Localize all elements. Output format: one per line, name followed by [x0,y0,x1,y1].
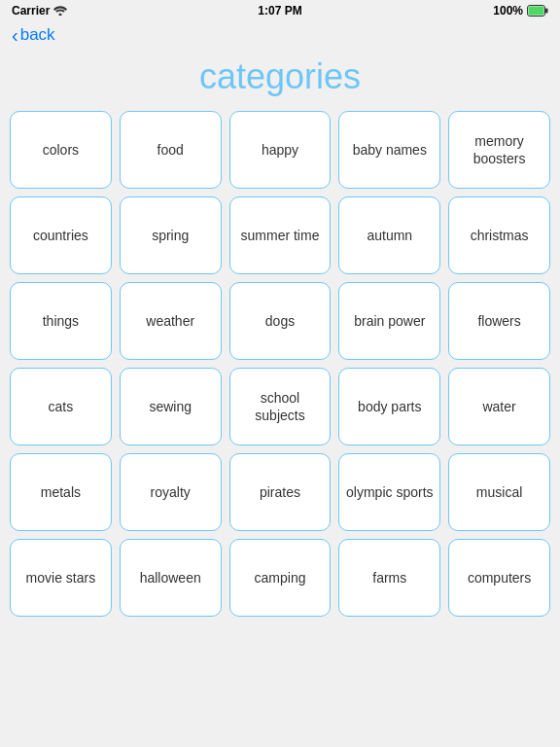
battery-icon [527,5,548,17]
category-card[interactable]: flowers [448,282,550,360]
category-card[interactable]: christmas [448,196,550,274]
category-card[interactable]: baby names [338,111,440,189]
category-card[interactable]: metals [10,453,112,531]
page-title: categories [0,53,560,111]
category-card[interactable]: summer time [229,196,332,274]
nav-bar: ‹ back [0,21,560,53]
back-button[interactable]: ‹ back [12,25,55,45]
category-card[interactable]: memory boosters [448,111,550,189]
category-card[interactable]: happy [229,111,332,189]
category-card[interactable]: school subjects [229,368,332,445]
category-card[interactable]: spring [120,196,222,274]
status-carrier: Carrier [12,4,67,18]
category-card[interactable]: movie stars [10,539,112,617]
category-card[interactable]: camping [229,539,332,617]
back-chevron-icon: ‹ [12,25,18,45]
svg-rect-2 [545,9,548,14]
category-card[interactable]: food [120,111,222,189]
category-card[interactable]: cats [10,368,112,445]
category-card[interactable]: autumn [338,196,440,274]
category-card[interactable]: brain power [338,282,440,360]
category-card[interactable]: water [448,368,550,445]
category-card[interactable]: farms [338,539,440,617]
category-card[interactable]: musical [448,453,550,531]
category-card[interactable]: halloween [120,539,222,617]
back-label: back [20,25,55,45]
category-card[interactable]: weather [120,282,222,360]
category-card[interactable]: royalty [120,453,222,531]
category-card[interactable]: colors [10,111,112,189]
category-card[interactable]: pirates [229,453,332,531]
status-bar: Carrier 1:07 PM 100% [0,0,560,21]
svg-rect-3 [529,7,544,16]
category-card[interactable]: computers [448,539,550,617]
status-time: 1:07 PM [258,4,301,18]
svg-point-0 [59,14,62,17]
category-card[interactable]: things [10,282,112,360]
wifi-icon [53,6,67,16]
category-card[interactable]: olympic sports [338,453,440,531]
category-card[interactable]: body parts [338,368,440,445]
status-battery: 100% [493,4,548,18]
category-card[interactable]: sewing [120,368,222,445]
category-card[interactable]: countries [10,196,112,274]
categories-grid: colorsfoodhappybaby namesmemory boosters… [0,111,560,636]
category-card[interactable]: dogs [229,282,332,360]
